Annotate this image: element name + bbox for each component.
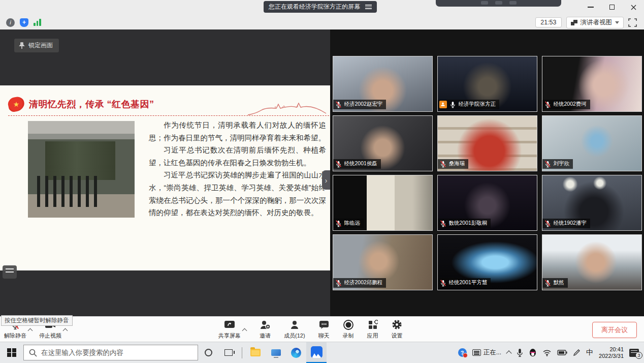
members-label: 成员(12)	[284, 332, 305, 340]
mic-options-chevron[interactable]	[28, 328, 33, 333]
chat-button[interactable]: 聊天	[318, 319, 330, 340]
task-view-button[interactable]	[218, 342, 239, 363]
participant-label: 陈临远	[333, 219, 364, 228]
mic-on-icon	[449, 101, 457, 108]
share-screen-button[interactable]: 共享屏幕	[218, 319, 241, 340]
maximize-button[interactable]	[601, 0, 623, 14]
qq-tray-icon[interactable]	[529, 348, 537, 357]
participant-label: 经济2002邱鹏程	[333, 278, 387, 288]
members-icon	[289, 320, 300, 330]
window-titlebar: 您正在观看经济学院张方正的屏幕	[0, 0, 644, 15]
banner-menu-icon[interactable]	[365, 5, 372, 9]
participant-name: 经济学院张方正	[459, 101, 496, 108]
taskbar-divider	[242, 347, 242, 358]
participant-tile[interactable]: 经统2001侯磊	[333, 115, 433, 171]
view-mode-button[interactable]: 演讲者视图	[566, 17, 624, 28]
invite-person-icon	[260, 320, 271, 330]
search-icon	[29, 349, 37, 357]
tray-expand-chevron[interactable]	[506, 350, 511, 356]
apps-button[interactable]: 应用	[367, 319, 378, 340]
taskbar-search[interactable]	[23, 345, 198, 360]
mic-muted-icon	[439, 160, 447, 168]
video-options-chevron[interactable]	[63, 328, 68, 333]
participant-tile[interactable]: 经济学院张方正	[437, 56, 537, 112]
meeting-statusbar: 21:53 演讲者视图	[0, 15, 644, 29]
start-button[interactable]	[0, 342, 23, 363]
clock-time: 20:41	[599, 346, 624, 353]
annotation-list-button[interactable]	[3, 265, 17, 279]
task-view-icon	[224, 349, 233, 356]
shared-screen-panel: 锁定画面 清明忆先烈，传承 “红色基因” 作为传统节日，清明承载着人们对故人的缅…	[0, 29, 330, 316]
leave-meeting-button[interactable]: 离开会议	[592, 322, 637, 338]
news-ticker-text: 正在...	[484, 348, 501, 357]
share-screen-icon	[224, 320, 235, 329]
slide-title: 清明忆先烈，传承 “红色基因”	[29, 98, 154, 110]
participant-tile[interactable]: 数统2001彭敬桐	[437, 175, 537, 231]
watching-banner[interactable]: 您正在观看经济学院张方正的屏幕	[264, 1, 377, 13]
meeting-app-icon	[311, 346, 323, 358]
pin-view-button[interactable]: 锁定画面	[14, 39, 59, 52]
speaker-view-icon	[571, 20, 577, 25]
tray-mic-icon[interactable]	[517, 348, 523, 357]
edge-icon	[291, 348, 301, 358]
participant-name: 默然	[554, 279, 564, 286]
presentation-slide: 清明忆先烈，传承 “红色基因” 作为传统节日，清明承载着人们对故人的缅怀追思；作…	[0, 85, 330, 270]
participant-tile[interactable]: 陈临远	[333, 175, 433, 231]
participant-name: 桑海瑞	[449, 160, 465, 167]
participant-tile[interactable]: 桑海瑞	[437, 115, 537, 171]
minimize-button[interactable]	[580, 0, 601, 14]
display-app-button[interactable]	[266, 342, 286, 363]
meeting-app-button[interactable]	[306, 342, 327, 363]
mic-muted-icon	[335, 220, 342, 227]
pen-tray-icon[interactable]	[573, 349, 581, 356]
view-mode-label: 演讲者视图	[581, 18, 613, 27]
record-button[interactable]: 录制	[343, 319, 354, 340]
file-explorer-button[interactable]	[245, 342, 266, 363]
help-tray-icon[interactable]	[458, 348, 467, 357]
chat-icon	[319, 320, 329, 329]
participant-tile[interactable]: 经济2002赵宏宇	[333, 56, 433, 112]
participant-tile[interactable]: 经统2001平方慧	[437, 234, 537, 290]
cortana-icon	[205, 349, 212, 356]
taskbar-clock[interactable]: 20:41 2022/3/31	[599, 346, 624, 359]
participant-label: 经统2002费珂	[542, 100, 590, 109]
pin-icon	[19, 42, 25, 49]
close-button[interactable]	[623, 0, 644, 14]
news-ticker[interactable]: 正在...	[472, 348, 501, 357]
participant-tile[interactable]: 经统1902潘宇	[542, 175, 642, 231]
windows-taskbar: 正在... 中 20:41 2022/3/31 3	[0, 342, 644, 363]
participant-label: 经统2001侯磊	[333, 159, 381, 169]
minimize-icon	[588, 7, 594, 8]
edge-button[interactable]	[286, 342, 306, 363]
participant-tile[interactable]: 经统2002费珂	[542, 56, 642, 112]
search-input[interactable]	[41, 345, 194, 360]
party-emblem-icon	[8, 97, 24, 111]
participant-label: 经济学院张方正	[438, 100, 500, 109]
participant-label: 默然	[542, 278, 568, 288]
collapse-panel-handle[interactable]: ›	[322, 170, 330, 190]
network-tray-icon[interactable]	[542, 349, 552, 356]
slide-photo-memorial	[28, 121, 135, 218]
participant-tile[interactable]: 刘宇欣	[542, 115, 642, 171]
security-shield-icon[interactable]	[20, 18, 28, 27]
participant-tile[interactable]: 默然	[542, 234, 642, 290]
members-button[interactable]: 成员(12)	[284, 319, 305, 340]
watching-banner-text: 您正在观看经济学院张方正的屏幕	[269, 3, 360, 11]
share-options-chevron[interactable]	[242, 328, 247, 333]
settings-button[interactable]: 设置	[392, 319, 403, 340]
ime-indicator[interactable]: 中	[586, 348, 593, 357]
fullscreen-button[interactable]	[628, 18, 637, 27]
notification-center-button[interactable]: 3	[629, 349, 639, 357]
windows-logo-icon	[7, 348, 16, 357]
battery-tray-icon[interactable]	[557, 350, 567, 355]
participant-tile[interactable]: 经济2002邱鹏程	[333, 234, 433, 290]
mic-muted-icon	[335, 101, 342, 108]
meeting-info-icon[interactable]	[6, 18, 15, 27]
invite-button[interactable]: 邀请	[260, 319, 271, 340]
share-screen-label: 共享屏幕	[218, 332, 241, 340]
mic-muted-icon	[439, 279, 447, 287]
notification-count-badge: 3	[635, 352, 642, 359]
floating-controlbar-cutoff[interactable]	[436, 0, 561, 7]
cortana-button[interactable]	[198, 342, 218, 363]
maximize-icon	[609, 5, 615, 10]
